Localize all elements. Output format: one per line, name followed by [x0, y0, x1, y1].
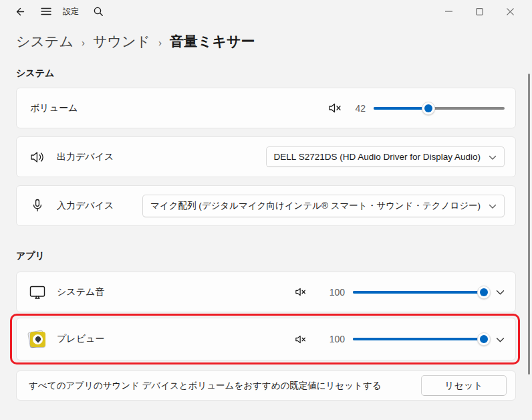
volume-label: ボリューム	[30, 102, 78, 114]
mute-toggle-button[interactable]	[329, 103, 342, 113]
speaker-muted-icon	[329, 103, 342, 113]
navigation-menu-button[interactable]	[36, 1, 56, 21]
mute-toggle-button[interactable]	[295, 288, 306, 296]
highlighted-row-wrapper: プレビュー 100	[16, 318, 516, 360]
slider-fill	[374, 107, 428, 110]
slider-thumb[interactable]	[422, 102, 435, 115]
search-button[interactable]	[88, 1, 108, 21]
input-device-label: 入力デバイス	[57, 200, 114, 212]
minimize-button[interactable]	[433, 1, 464, 21]
page-title: 音量ミキサー	[170, 32, 255, 51]
expand-row-button[interactable]	[496, 336, 505, 343]
chevron-down-icon	[496, 290, 505, 296]
breadcrumb: システム › サウンド › 音量ミキサー	[16, 31, 532, 52]
slider-fill	[353, 338, 484, 340]
search-icon	[93, 6, 104, 17]
app-volume-slider[interactable]	[353, 286, 484, 299]
app-volume-value: 100	[327, 334, 345, 344]
minimize-icon	[445, 11, 452, 12]
chevron-down-icon	[489, 154, 497, 161]
close-icon	[507, 8, 514, 15]
slider-fill	[353, 291, 484, 294]
window-controls	[433, 1, 525, 21]
input-device-selected: マイク配列 (デジタルマイク向けインテル® スマート・サウンド・テクノロジー)	[150, 200, 481, 212]
expand-row-button[interactable]	[496, 288, 505, 296]
input-device-dropdown[interactable]: マイク配列 (デジタルマイク向けインテル® スマート・サウンド・テクノロジー)	[142, 195, 505, 217]
volume-controls: 42	[329, 102, 505, 115]
vertical-scrollbar[interactable]	[528, 74, 530, 375]
slider-thumb[interactable]	[477, 332, 491, 346]
close-button[interactable]	[495, 1, 525, 21]
output-device-card: 出力デバイス DELL S2721DS (HD Audio Driver for…	[16, 136, 516, 177]
app-volume-controls: 100	[295, 286, 505, 299]
volume-slider[interactable]	[374, 102, 505, 115]
hamburger-icon	[41, 7, 51, 16]
speaker-muted-icon	[295, 288, 306, 296]
microphone-icon	[29, 199, 46, 213]
reset-description: すべてのアプリのサウンド デバイスとボリュームをおすすめの既定値にリセットする	[29, 380, 421, 392]
section-label-system: システム	[16, 68, 532, 80]
output-device-label: 出力デバイス	[57, 151, 114, 163]
monitor-icon	[29, 284, 46, 300]
reset-card: すべてのアプリのサウンド デバイスとボリュームをおすすめの既定値にリセットする …	[16, 371, 516, 401]
speaker-muted-icon	[295, 335, 306, 344]
app-name: システム音	[57, 286, 104, 298]
output-device-dropdown[interactable]: DELL S2721DS (HD Audio Driver for Displa…	[266, 146, 505, 167]
input-device-card: 入力デバイス マイク配列 (デジタルマイク向けインテル® スマート・サウンド・テ…	[16, 185, 516, 226]
slider-thumb[interactable]	[477, 286, 491, 299]
app-row-system-sounds: システム音 100	[16, 272, 516, 312]
app-volume-value: 100	[327, 287, 345, 298]
app-volume-controls: 100	[295, 332, 505, 346]
chevron-down-icon	[496, 337, 505, 343]
output-device-selected: DELL S2721DS (HD Audio Driver for Displa…	[274, 152, 481, 162]
chevron-down-icon	[489, 203, 497, 209]
back-arrow-icon	[14, 6, 25, 17]
app-row-preview: プレビュー 100	[16, 318, 516, 360]
maximize-icon	[476, 8, 483, 15]
back-button[interactable]	[9, 1, 29, 21]
volume-value: 42	[348, 103, 366, 114]
preview-app-icon	[29, 330, 46, 348]
app-name: プレビュー	[57, 333, 104, 345]
section-label-apps: アプリ	[16, 250, 532, 262]
maximize-button[interactable]	[464, 1, 495, 21]
reset-button-label: リセット	[444, 380, 483, 392]
app-title: 設定	[63, 6, 79, 17]
app-volume-slider[interactable]	[353, 332, 484, 346]
chevron-right-icon: ›	[82, 35, 85, 48]
mute-toggle-button[interactable]	[295, 335, 306, 344]
system-volume-card: ボリューム 42	[16, 88, 516, 128]
titlebar: 設定	[0, 0, 532, 23]
breadcrumb-system[interactable]: システム	[16, 32, 74, 51]
breadcrumb-sound[interactable]: サウンド	[93, 32, 150, 51]
chevron-right-icon: ›	[158, 35, 162, 48]
speaker-icon	[29, 150, 46, 164]
reset-button[interactable]: リセット	[421, 375, 507, 396]
